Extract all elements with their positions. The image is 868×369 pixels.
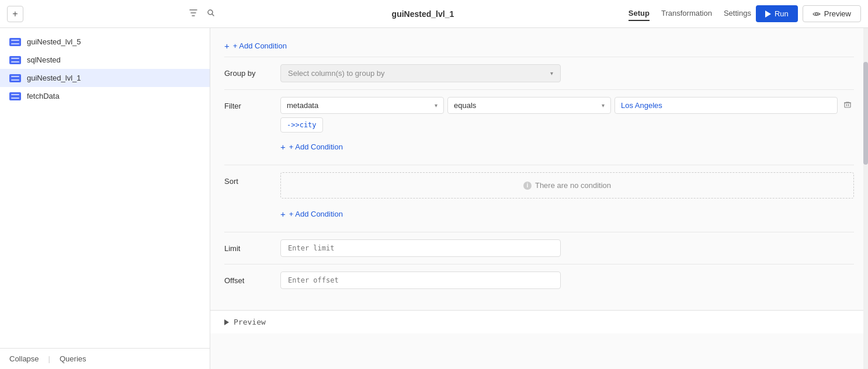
- svg-marker-1: [765, 11, 771, 18]
- content-inner: + + Add Condition Group by Select column…: [210, 28, 868, 310]
- sort-content: i There are no condition + + Add Conditi…: [280, 172, 854, 225]
- filter-add-condition-row: + + Add Condition: [280, 136, 854, 158]
- top-bar-actions: Run Preview: [756, 5, 861, 22]
- sidebar-item-sqlnested[interactable]: sqlNested: [0, 51, 210, 69]
- filter-column-select[interactable]: metadata ▾: [280, 97, 444, 114]
- group-by-placeholder: Select column(s) to group by: [288, 69, 384, 78]
- group-by-select[interactable]: Select column(s) to group by ▾: [280, 64, 561, 82]
- filter-column-value: metadata: [287, 101, 318, 110]
- item-icon: [9, 38, 21, 46]
- svg-rect-3: [845, 103, 850, 107]
- sidebar-item-label: guiNested_lvl_1: [27, 74, 81, 82]
- add-condition-label: + Add Condition: [289, 210, 343, 218]
- app-container: + guiNested_lvl_1 Setup Transformation: [0, 0, 868, 369]
- filter-condition-row: metadata ▾ equals ▾: [280, 97, 854, 114]
- chevron-down-icon: ▾: [602, 102, 605, 109]
- trash-icon: [843, 100, 852, 109]
- preview-toggle-icon[interactable]: [224, 319, 229, 325]
- add-condition-label: + Add Condition: [289, 142, 343, 151]
- nested-tag-row: ->>city: [280, 117, 854, 133]
- offset-label: Offset: [224, 271, 271, 285]
- collapse-button[interactable]: Collapse: [9, 354, 39, 363]
- filter-icon: [189, 9, 197, 17]
- play-icon: [765, 11, 771, 18]
- info-icon: i: [523, 182, 532, 190]
- filter-operator-value: equals: [454, 101, 476, 110]
- filter-icon-btn[interactable]: [187, 6, 200, 21]
- sidebar: guiNested_lvl_5 sqlNested guiNested_lvl_…: [0, 28, 210, 369]
- queries-button[interactable]: Queries: [60, 354, 86, 363]
- tab-transformation[interactable]: Transformation: [661, 6, 712, 21]
- top-add-condition-row: + + Add Condition: [224, 35, 854, 57]
- top-bar-left: +: [7, 6, 217, 22]
- preview-button[interactable]: Preview: [803, 5, 861, 22]
- sidebar-item-label: guiNested_lvl_5: [27, 37, 81, 46]
- sort-label: Sort: [224, 172, 271, 186]
- limit-input[interactable]: [280, 239, 561, 257]
- run-button[interactable]: Run: [756, 5, 798, 22]
- page-title: guiNested_lvl_1: [222, 9, 624, 19]
- item-icon: [9, 74, 21, 82]
- plus-icon: +: [224, 41, 230, 51]
- item-icon: [9, 56, 21, 64]
- sort-row: Sort i There are no condition + + Add Co…: [224, 165, 854, 232]
- nested-tag[interactable]: ->>city: [280, 117, 323, 133]
- filter-label: Filter: [224, 97, 271, 110]
- plus-icon: +: [280, 209, 286, 219]
- add-button[interactable]: +: [7, 6, 23, 22]
- sidebar-item-label: fetchData: [27, 92, 60, 100]
- plus-icon: +: [280, 142, 286, 152]
- svg-point-2: [815, 13, 818, 15]
- add-condition-label: + Add Condition: [233, 41, 287, 50]
- sort-empty-text: There are no condition: [535, 181, 611, 190]
- limit-label: Limit: [224, 239, 271, 253]
- sidebar-footer: Collapse | Queries: [0, 348, 210, 369]
- search-icon: [207, 9, 215, 17]
- filter-add-condition-button[interactable]: + + Add Condition: [280, 142, 343, 152]
- top-bar: + guiNested_lvl_1 Setup Transformation: [0, 0, 868, 28]
- content-panel: + + Add Condition Group by Select column…: [210, 28, 868, 369]
- preview-bar-label: Preview: [234, 318, 266, 326]
- limit-row: Limit: [224, 232, 854, 264]
- tab-setup[interactable]: Setup: [629, 6, 650, 21]
- sidebar-item-guinested-lvl1[interactable]: guiNested_lvl_1: [0, 69, 210, 87]
- chevron-down-icon: ▾: [435, 102, 438, 109]
- filter-row: Filter metadata ▾ equals ▾: [224, 89, 854, 165]
- filter-operator-select[interactable]: equals ▾: [447, 97, 611, 114]
- sidebar-list: guiNested_lvl_5 sqlNested guiNested_lvl_…: [0, 28, 210, 348]
- sort-empty-condition: i There are no condition: [280, 172, 854, 199]
- main-layout: guiNested_lvl_5 sqlNested guiNested_lvl_…: [0, 28, 868, 369]
- sort-add-condition-button[interactable]: + + Add Condition: [280, 209, 343, 219]
- item-icon: [9, 92, 21, 100]
- search-icon-btn[interactable]: [204, 6, 217, 21]
- eye-icon: [813, 10, 821, 18]
- group-by-label: Group by: [224, 64, 271, 78]
- offset-input[interactable]: [280, 271, 561, 289]
- chevron-down-icon: ▾: [550, 70, 553, 76]
- scrollbar-track: [863, 28, 868, 369]
- scrollbar-thumb[interactable]: [863, 62, 868, 164]
- filter-content: metadata ▾ equals ▾: [280, 97, 854, 158]
- sidebar-item-fetchdata[interactable]: fetchData: [0, 87, 210, 105]
- preview-bar: Preview: [210, 310, 868, 333]
- delete-filter-button[interactable]: [841, 98, 854, 113]
- tab-settings[interactable]: Settings: [724, 6, 751, 21]
- filter-value-input[interactable]: [614, 97, 838, 114]
- sidebar-item-label: sqlNested: [27, 55, 61, 64]
- group-by-row: Group by Select column(s) to group by ▾: [224, 57, 854, 89]
- sidebar-item-guinested-lvl5[interactable]: guiNested_lvl_5: [0, 33, 210, 51]
- sort-add-condition-row: + + Add Condition: [280, 203, 854, 225]
- top-add-condition-button[interactable]: + + Add Condition: [224, 41, 287, 51]
- top-bar-tabs: Setup Transformation Settings: [629, 6, 751, 21]
- top-bar-icons: [187, 6, 217, 21]
- offset-row: Offset: [224, 264, 854, 296]
